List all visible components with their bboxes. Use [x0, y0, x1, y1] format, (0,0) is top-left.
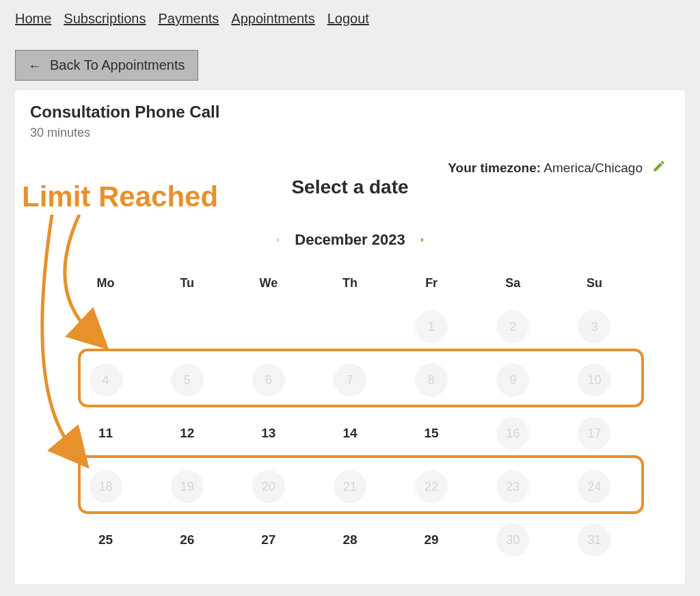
calendar-day: 17 — [558, 416, 630, 450]
calendar-day: 23 — [477, 470, 549, 504]
timezone-row: Your timezone: America/Chicago — [15, 159, 685, 176]
calendar-day: 30 — [477, 523, 549, 557]
calendar-day: 6 — [232, 363, 304, 397]
calendar-day: 21 — [314, 470, 386, 504]
day-of-week-header: Th — [314, 276, 386, 290]
calendar-day-number: 26 — [171, 524, 204, 556]
calendar-day-number: 7 — [334, 364, 366, 396]
nav-subscriptions[interactable]: Subscriptions — [64, 11, 146, 27]
calendar-day: 19 — [151, 470, 223, 504]
calendar-day: 18 — [70, 470, 142, 504]
calendar-day[interactable]: 25 — [70, 523, 142, 557]
calendar-day[interactable]: 27 — [232, 523, 304, 557]
calendar-day: 5 — [151, 363, 223, 397]
calendar-day — [232, 310, 304, 344]
calendar-day[interactable]: 15 — [396, 416, 468, 450]
calendar-day-number: 28 — [334, 524, 366, 556]
calendar-day — [314, 310, 386, 344]
calendar-day: 4 — [70, 363, 142, 397]
calendar-day: 9 — [477, 363, 549, 397]
calendar-day[interactable]: 28 — [314, 523, 386, 557]
calendar-day-number: 9 — [496, 364, 529, 396]
next-month-button[interactable] — [418, 231, 427, 249]
calendar-day-number: 5 — [171, 364, 204, 396]
calendar-day-number: 15 — [415, 417, 448, 450]
calendar-day-number: 2 — [496, 310, 529, 343]
chevron-left-icon — [273, 235, 282, 245]
calendar-day-number: 12 — [171, 417, 204, 450]
calendar-day-number: 27 — [252, 524, 285, 556]
calendar-day[interactable]: 14 — [314, 416, 386, 450]
day-of-week-header: Mo — [70, 276, 142, 290]
calendar-day-number: 22 — [415, 470, 448, 503]
calendar-day: 16 — [477, 416, 549, 450]
calendar-day: 31 — [558, 523, 630, 557]
calendar-day-number: 31 — [578, 524, 610, 556]
back-button-label: Back To Appointments — [50, 57, 185, 73]
calendar-day-number: 30 — [496, 524, 529, 556]
calendar: Select a date December 2023 MoTuWeThFrSa… — [15, 176, 685, 557]
chevron-right-icon — [418, 235, 427, 245]
booking-card: Consultation Phone Call 30 minutes Your … — [15, 90, 685, 584]
calendar-day-number: 21 — [334, 470, 366, 503]
top-nav: Home Subscriptions Payments Appointments… — [0, 0, 700, 33]
back-to-appointments-button[interactable]: ← Back To Appointments — [15, 50, 198, 81]
day-of-week-header: We — [232, 276, 304, 290]
calendar-day[interactable]: 13 — [232, 416, 304, 450]
nav-logout[interactable]: Logout — [327, 11, 369, 27]
calendar-day-number: 10 — [578, 364, 610, 396]
nav-appointments[interactable]: Appointments — [231, 11, 314, 27]
calendar-day[interactable]: 11 — [70, 416, 142, 450]
calendar-day: 7 — [314, 363, 386, 397]
calendar-day: 20 — [232, 470, 304, 504]
calendar-day-number: 8 — [415, 364, 448, 396]
calendar-day-number: 16 — [496, 417, 529, 450]
calendar-day[interactable]: 12 — [151, 416, 223, 450]
calendar-day-number: 19 — [171, 470, 204, 503]
calendar-day — [151, 310, 223, 344]
day-of-week-header: Su — [558, 276, 630, 290]
calendar-day: 10 — [558, 363, 630, 397]
calendar-day: 24 — [558, 470, 630, 504]
calendar-day: 8 — [396, 363, 468, 397]
calendar-day-number: 23 — [496, 470, 529, 503]
calendar-day — [70, 310, 142, 344]
calendar-day[interactable]: 29 — [396, 523, 468, 557]
calendar-day-number: 13 — [252, 417, 285, 450]
calendar-day-number: 25 — [90, 524, 122, 556]
nav-home[interactable]: Home — [15, 11, 51, 27]
service-title: Consultation Phone Call — [30, 103, 670, 122]
calendar-day-number: 6 — [252, 364, 285, 396]
day-of-week-header: Fr — [396, 276, 468, 290]
arrow-left-icon: ← — [28, 59, 42, 72]
month-label: December 2023 — [295, 231, 405, 249]
month-switcher: December 2023 — [70, 231, 630, 249]
calendar-day-number: 1 — [415, 310, 448, 343]
calendar-day: 3 — [558, 310, 630, 344]
calendar-day: 22 — [396, 470, 468, 504]
pencil-icon — [652, 159, 666, 173]
calendar-day: 1 — [396, 310, 468, 344]
calendar-day-number: 3 — [578, 310, 610, 343]
calendar-day-number: 4 — [90, 364, 122, 396]
service-duration: 30 minutes — [30, 126, 670, 140]
calendar-day: 2 — [477, 310, 549, 344]
prev-month-button[interactable] — [273, 231, 282, 249]
select-date-heading: Select a date — [70, 176, 630, 198]
calendar-day-number: 18 — [90, 470, 122, 503]
calendar-day-number: 24 — [578, 470, 610, 503]
calendar-day[interactable]: 26 — [151, 523, 223, 557]
edit-timezone-button[interactable] — [652, 159, 666, 176]
calendar-day-number: 29 — [415, 524, 448, 556]
calendar-day-number: 11 — [90, 417, 122, 450]
timezone-label: Your timezone: America/Chicago — [448, 161, 643, 176]
calendar-day-number: 14 — [334, 417, 366, 450]
nav-payments[interactable]: Payments — [158, 11, 219, 27]
day-of-week-header: Tu — [151, 276, 223, 290]
day-of-week-header: Sa — [477, 276, 549, 290]
calendar-day-number: 17 — [578, 417, 610, 450]
calendar-day-number: 20 — [252, 470, 285, 503]
